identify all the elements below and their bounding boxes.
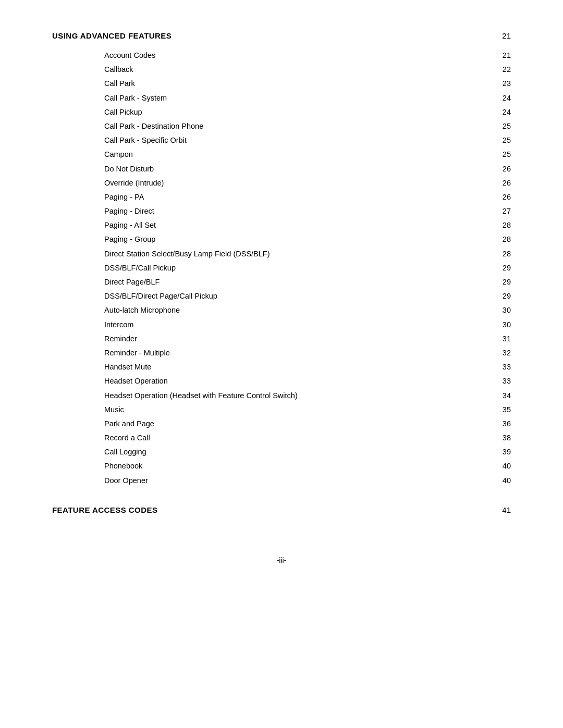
entry-label: Auto-latch Microphone	[104, 304, 180, 316]
entry-label: Park and Page	[104, 418, 154, 430]
list-item: Account Codes21	[104, 50, 511, 61]
entry-page: 30	[495, 319, 511, 331]
list-item: DSS/BLF/Direct Page/Call Pickup29	[104, 290, 511, 302]
list-item: Callback22	[104, 64, 511, 76]
entry-page: 24	[495, 92, 511, 104]
list-item: Direct Station Select/Busy Lamp Field (D…	[104, 248, 511, 260]
section-page-feature-access-codes: 41	[495, 505, 511, 514]
entry-page: 40	[495, 460, 511, 472]
entry-page: 21	[495, 50, 511, 61]
list-item: DSS/BLF/Call Pickup29	[104, 262, 511, 274]
entry-label: Call Park - System	[104, 92, 167, 104]
page-footer: -iii-	[52, 556, 511, 564]
entry-page: 22	[495, 64, 511, 76]
list-item: Call Park - System24	[104, 92, 511, 104]
entry-page: 33	[495, 375, 511, 387]
list-item: Music35	[104, 404, 511, 416]
section-page-using-advanced-features: 21	[495, 31, 511, 40]
section-using-advanced-features: USING ADVANCED FEATURES21Account Codes21…	[52, 31, 511, 487]
entry-page: 28	[495, 219, 511, 231]
entry-page: 36	[495, 418, 511, 430]
entry-page: 32	[495, 347, 511, 359]
entry-page: 34	[495, 390, 511, 402]
entry-page: 29	[495, 262, 511, 274]
entry-page: 29	[495, 290, 511, 302]
entry-label: Phonebook	[104, 460, 142, 472]
entry-label: Headset Operation	[104, 375, 168, 387]
entry-label: Record a Call	[104, 432, 150, 444]
entry-page: 33	[495, 361, 511, 373]
entry-page: 38	[495, 432, 511, 444]
section-header-using-advanced-features: USING ADVANCED FEATURES21	[52, 31, 511, 40]
entry-label: Music	[104, 404, 124, 416]
entry-page: 24	[495, 106, 511, 118]
list-item: Headset Operation33	[104, 375, 511, 387]
entry-page: 28	[495, 233, 511, 245]
list-item: Call Park23	[104, 78, 511, 90]
list-item: Handset Mute33	[104, 361, 511, 373]
list-item: Direct Page/BLF29	[104, 276, 511, 288]
entry-label: Call Pickup	[104, 106, 142, 118]
entry-page: 31	[495, 333, 511, 345]
list-item: Door Opener40	[104, 475, 511, 487]
list-item: Paging - All Set28	[104, 219, 511, 231]
entry-page: 25	[495, 120, 511, 132]
entry-label: Handset Mute	[104, 361, 151, 373]
list-item: Call Park - Destination Phone25	[104, 120, 511, 132]
entry-page: 25	[495, 134, 511, 146]
entry-page: 27	[495, 205, 511, 217]
entry-label: Reminder - Multiple	[104, 347, 170, 359]
list-item: Call Logging39	[104, 446, 511, 458]
entry-page: 28	[495, 248, 511, 260]
page-number: -iii-	[277, 556, 287, 564]
entry-page: 25	[495, 149, 511, 161]
entry-label: Override (Intrude)	[104, 177, 164, 189]
entry-label: Door Opener	[104, 475, 148, 487]
entry-label: Call Park - Specific Orbit	[104, 134, 187, 146]
entry-label: Callback	[104, 64, 133, 76]
list-item: Auto-latch Microphone30	[104, 304, 511, 316]
list-item: Intercom30	[104, 319, 511, 331]
list-item: Reminder - Multiple32	[104, 347, 511, 359]
entry-label: Paging - All Set	[104, 219, 156, 231]
entry-page: 29	[495, 276, 511, 288]
entry-label: Paging - Group	[104, 233, 155, 245]
entry-label: Reminder	[104, 333, 137, 345]
entry-page: 39	[495, 446, 511, 458]
entry-label: Direct Page/BLF	[104, 276, 160, 288]
table-of-contents: USING ADVANCED FEATURES21Account Codes21…	[52, 31, 511, 514]
entry-page: 23	[495, 78, 511, 90]
section-header-feature-access-codes: FEATURE ACCESS CODES41	[52, 505, 511, 514]
entry-label: Do Not Disturb	[104, 163, 154, 175]
entry-label: DSS/BLF/Call Pickup	[104, 262, 176, 274]
entry-label: Call Park	[104, 78, 135, 90]
list-item: Paging - Direct27	[104, 205, 511, 217]
section-title-using-advanced-features: USING ADVANCED FEATURES	[52, 31, 172, 40]
entries-using-advanced-features: Account Codes21Callback22Call Park23Call…	[104, 50, 511, 487]
entry-page: 26	[495, 191, 511, 203]
entry-page: 30	[495, 304, 511, 316]
list-item: Record a Call38	[104, 432, 511, 444]
list-item: Campon25	[104, 149, 511, 161]
list-item: Call Pickup24	[104, 106, 511, 118]
entry-label: Paging - PA	[104, 191, 144, 203]
list-item: Override (Intrude)26	[104, 177, 511, 189]
entry-label: Paging - Direct	[104, 205, 154, 217]
section-title-feature-access-codes: FEATURE ACCESS CODES	[52, 505, 157, 514]
list-item: Do Not Disturb26	[104, 163, 511, 175]
list-item: Paging - PA26	[104, 191, 511, 203]
entry-label: Call Logging	[104, 446, 146, 458]
entry-label: DSS/BLF/Direct Page/Call Pickup	[104, 290, 217, 302]
section-feature-access-codes: FEATURE ACCESS CODES41	[52, 505, 511, 514]
list-item: Phonebook40	[104, 460, 511, 472]
entry-label: Campon	[104, 149, 133, 161]
list-item: Park and Page36	[104, 418, 511, 430]
entry-page: 26	[495, 163, 511, 175]
entry-page: 26	[495, 177, 511, 189]
list-item: Headset Operation (Headset with Feature …	[104, 390, 511, 402]
entry-label: Call Park - Destination Phone	[104, 120, 203, 132]
entry-page: 40	[495, 475, 511, 487]
list-item: Paging - Group28	[104, 233, 511, 245]
entry-label: Headset Operation (Headset with Feature …	[104, 390, 298, 402]
entry-label: Account Codes	[104, 50, 155, 61]
